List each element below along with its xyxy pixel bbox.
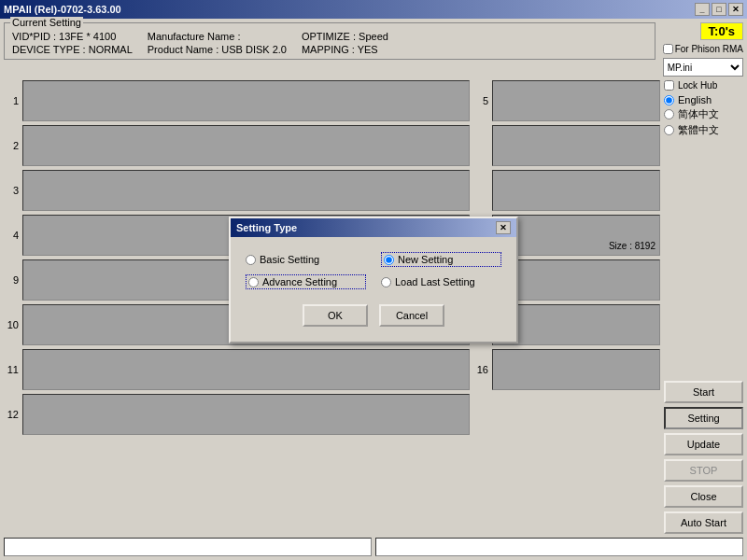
dialog-titlebar: Setting Type ✕: [231, 218, 516, 237]
new-setting-option: New Setting: [381, 252, 501, 267]
advance-setting-label: Advance Setting: [262, 276, 337, 287]
dialog-close-button[interactable]: ✕: [496, 221, 511, 234]
dialog-body: Basic Setting New Setting Advance Settin…: [231, 237, 516, 342]
basic-setting-option: Basic Setting: [246, 252, 366, 267]
modal-overlay: Setting Type ✕ Basic Setting New Setting…: [0, 0, 747, 560]
advance-setting-radio[interactable]: [248, 277, 259, 287]
load-last-setting-option: Load Last Setting: [381, 274, 501, 289]
new-setting-label: New Setting: [398, 254, 453, 265]
new-setting-radio[interactable]: [384, 255, 394, 265]
dialog-ok-button[interactable]: OK: [303, 304, 368, 327]
dialog-title: Setting Type: [236, 222, 297, 233]
dialog-options: Basic Setting New Setting Advance Settin…: [246, 252, 501, 289]
setting-type-dialog: Setting Type ✕ Basic Setting New Setting…: [229, 217, 518, 343]
load-last-setting-radio[interactable]: [381, 277, 391, 287]
dialog-buttons: OK Cancel: [246, 304, 501, 327]
dialog-cancel-button[interactable]: Cancel: [379, 304, 444, 327]
basic-setting-label: Basic Setting: [260, 254, 319, 265]
basic-setting-radio[interactable]: [246, 255, 256, 265]
advance-setting-option: Advance Setting: [246, 274, 366, 289]
load-last-setting-label: Load Last Setting: [395, 276, 475, 287]
